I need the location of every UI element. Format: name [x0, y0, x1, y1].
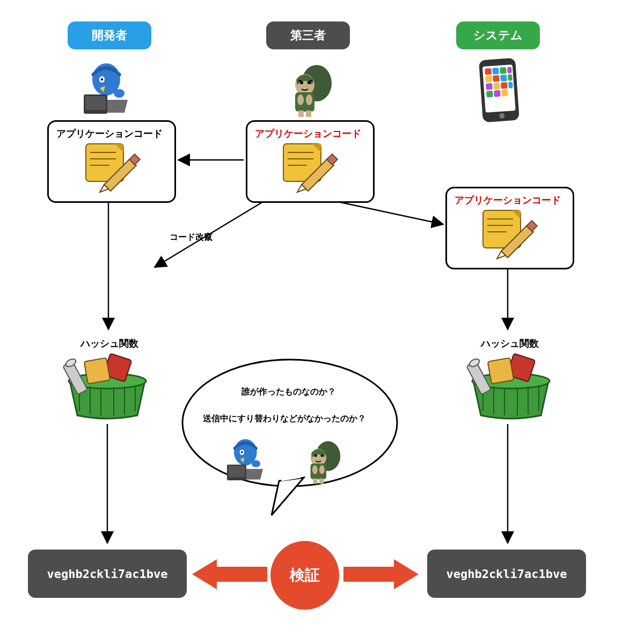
svg-rect-73 — [319, 479, 324, 484]
svg-line-52 — [338, 202, 443, 224]
bubble-line2: 送信中にすり替わりなどがなかったのか？ — [203, 413, 366, 425]
hash-right: veghb2ckli7ac1bve — [427, 550, 586, 598]
svg-point-64 — [252, 460, 260, 467]
svg-rect-63 — [228, 466, 245, 477]
verify-arrow-right — [343, 559, 419, 589]
bubble-developer-icon — [224, 435, 273, 483]
verify-circle: 検証 — [270, 541, 339, 610]
verify-arrow-left — [192, 559, 267, 589]
svg-point-71 — [319, 465, 325, 474]
bubble-line1: 誰が作ったものなのか？ — [241, 386, 336, 398]
svg-point-60 — [241, 451, 243, 453]
svg-rect-72 — [313, 479, 317, 484]
svg-point-68 — [320, 455, 323, 457]
svg-point-67 — [314, 455, 317, 457]
tamper-label: コード改竄 — [170, 232, 213, 243]
svg-point-70 — [312, 465, 318, 474]
hash-left: veghb2ckli7ac1bve — [28, 550, 187, 598]
speech-bubble — [177, 353, 402, 519]
bubble-thief-icon — [297, 431, 346, 485]
